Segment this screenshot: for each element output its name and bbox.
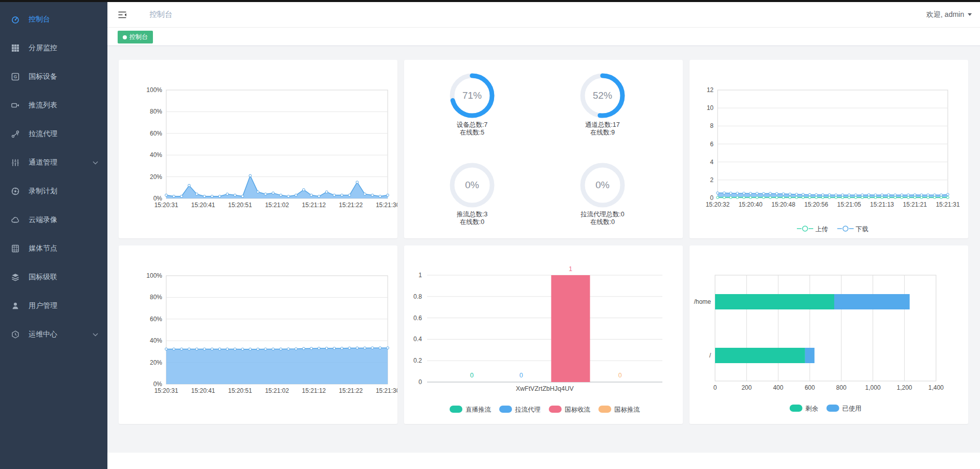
user-manage-icon xyxy=(11,302,19,310)
svg-text:通道总数:17: 通道总数:17 xyxy=(585,121,619,128)
svg-text:8: 8 xyxy=(710,122,714,129)
svg-text:0: 0 xyxy=(618,372,622,379)
sidebar-item-console[interactable]: 控制台 xyxy=(0,5,107,34)
svg-text:100%: 100% xyxy=(146,272,162,279)
gauge-4: 0%拉流代理总数:0在线数:0 xyxy=(580,165,624,226)
sidebar-item-label: 国标设备 xyxy=(29,72,57,81)
svg-text:100%: 100% xyxy=(146,86,162,94)
card-cpu: 0%20%40%60%80%100%15:20:3115:20:4115:20:… xyxy=(119,60,397,238)
svg-text:0%: 0% xyxy=(153,195,163,202)
svg-text:0%: 0% xyxy=(153,381,163,388)
svg-text:0.2: 0.2 xyxy=(413,357,422,364)
sidebar-item-cloud-record[interactable]: 云端录像 xyxy=(0,206,107,234)
sidebar-item-user-manage[interactable]: 用户管理 xyxy=(0,292,107,320)
hamburger-fold-icon xyxy=(118,11,127,19)
svg-text:15:21:21: 15:21:21 xyxy=(903,201,927,208)
svg-text:直播推流: 直播推流 xyxy=(465,406,492,413)
sidebar: 控制台分屏监控G国标设备推流列表拉流代理通道管理录制计划云端录像媒体节点国标级联… xyxy=(0,2,107,469)
svg-text:0: 0 xyxy=(710,194,714,202)
chart-legend[interactable]: 剩余已使用 xyxy=(790,405,862,412)
svg-text:15:20:31: 15:20:31 xyxy=(154,387,179,394)
svg-text:60%: 60% xyxy=(150,130,162,137)
cpu-chart-canvas: 0%20%40%60%80%100%15:20:3115:20:4115:20:… xyxy=(119,60,397,238)
chart-legend[interactable]: 上传下载 xyxy=(797,226,868,233)
sidebar-item-record-plan[interactable]: 录制计划 xyxy=(0,177,107,206)
active-tab-dot-icon xyxy=(123,35,127,39)
user-menu[interactable]: 欢迎, admin xyxy=(926,10,972,19)
svg-text:国标收流: 国标收流 xyxy=(565,406,591,413)
gb-device-icon: G xyxy=(11,73,19,81)
sidebar-item-label: 运维中心 xyxy=(29,330,57,339)
svg-text:G: G xyxy=(14,74,17,79)
svg-text:15:20:41: 15:20:41 xyxy=(191,202,215,209)
svg-text:15:20:32: 15:20:32 xyxy=(706,201,730,208)
svg-text:在线数:9: 在线数:9 xyxy=(590,129,615,136)
svg-text:15:20:51: 15:20:51 xyxy=(228,202,252,209)
sidebar-item-label: 录制计划 xyxy=(29,187,57,196)
chevron-down-icon xyxy=(93,333,98,337)
svg-text:12: 12 xyxy=(707,86,714,94)
sidebar-item-ops-center[interactable]: 运维中心 xyxy=(0,320,107,349)
svg-text:剩余: 剩余 xyxy=(805,405,819,412)
sidebar-item-media-node[interactable]: 媒体节点 xyxy=(0,234,107,263)
sidebar-item-pull-proxy[interactable]: 拉流代理 xyxy=(0,120,107,148)
svg-text:400: 400 xyxy=(773,384,783,391)
svg-text:15:21:30: 15:21:30 xyxy=(376,202,397,209)
svg-text:0: 0 xyxy=(714,384,717,391)
caret-down-icon xyxy=(968,13,972,16)
card-streams: 00.20.40.60.810010XwFtVZrtZbHJq4UV直播推流拉流… xyxy=(404,245,683,424)
sidebar-item-channel-manage[interactable]: 通道管理 xyxy=(0,148,107,177)
sidebar-item-label: 用户管理 xyxy=(29,301,57,310)
gauges-chart-canvas: 71%设备总数:7在线数:552%通道总数:17在线数:90%推流总数:3在线数… xyxy=(404,60,683,238)
sidebar-item-label: 国标级联 xyxy=(29,273,57,282)
sidebar-item-label: 分屏监控 xyxy=(29,43,57,53)
sidebar-item-gb-device[interactable]: G国标设备 xyxy=(0,62,107,91)
network-chart-canvas: 02468101215:20:3215:20:4015:20:4815:20:5… xyxy=(689,60,968,238)
svg-text:60%: 60% xyxy=(150,316,162,323)
sidebar-item-label: 云端录像 xyxy=(29,215,57,225)
svg-text:在线数:0: 在线数:0 xyxy=(590,218,615,226)
svg-text:下载: 下载 xyxy=(856,226,868,233)
record-plan-icon xyxy=(11,187,19,195)
svg-text:上传: 上传 xyxy=(815,226,829,233)
pull-proxy-icon xyxy=(11,130,19,138)
svg-text:15:21:12: 15:21:12 xyxy=(302,202,326,209)
ops-center-icon xyxy=(11,330,19,339)
sidebar-collapse-button[interactable] xyxy=(118,11,127,19)
welcome-text: 欢迎, admin xyxy=(926,10,964,19)
sidebar-item-gb-cascade[interactable]: 国标级联 xyxy=(0,263,107,292)
breadcrumb: 控制台 xyxy=(149,10,172,19)
svg-text:15:21:02: 15:21:02 xyxy=(265,387,289,394)
gauge-1: 71%设备总数:7在线数:5 xyxy=(452,76,492,136)
cloud-record-icon xyxy=(11,216,19,224)
svg-text:0: 0 xyxy=(470,372,474,379)
svg-text:1: 1 xyxy=(569,265,572,273)
svg-text:10: 10 xyxy=(707,104,714,111)
svg-text:20%: 20% xyxy=(150,359,162,366)
svg-text:15:21:12: 15:21:12 xyxy=(302,387,326,394)
svg-text:40%: 40% xyxy=(150,151,162,159)
svg-text:4: 4 xyxy=(710,159,714,166)
svg-text:15:21:02: 15:21:02 xyxy=(265,202,289,209)
sidebar-item-push-list[interactable]: 推流列表 xyxy=(0,91,107,120)
sidebar-item-label: 控制台 xyxy=(29,15,50,24)
card-disk: 02004006008001,0001,2001,400/home/剩余已使用 xyxy=(689,245,968,424)
svg-text:800: 800 xyxy=(836,384,847,391)
svg-text:推流总数:3: 推流总数:3 xyxy=(457,211,487,218)
svg-text:1,200: 1,200 xyxy=(897,384,912,391)
chart-legend[interactable]: 直播推流拉流代理国标收流国标推流 xyxy=(450,406,640,413)
svg-text:15:20:40: 15:20:40 xyxy=(739,201,763,208)
svg-text:0.6: 0.6 xyxy=(413,315,422,322)
svg-text:XwFtVZrtZbHJq4UV: XwFtVZrtZbHJq4UV xyxy=(516,385,574,392)
footer-space xyxy=(107,453,980,469)
sidebar-item-split-monitor[interactable]: 分屏监控 xyxy=(0,34,107,62)
tab-console[interactable]: 控制台 xyxy=(118,31,153,43)
svg-text:1: 1 xyxy=(418,272,422,279)
svg-text:15:21:22: 15:21:22 xyxy=(339,387,363,394)
svg-text:600: 600 xyxy=(805,384,815,391)
tab-label: 控制台 xyxy=(129,33,148,41)
streams-chart-canvas: 00.20.40.60.810010XwFtVZrtZbHJq4UV直播推流拉流… xyxy=(404,245,683,424)
svg-text:52%: 52% xyxy=(593,90,612,101)
sidebar-item-label: 媒体节点 xyxy=(29,244,57,253)
svg-text:80%: 80% xyxy=(150,108,162,115)
